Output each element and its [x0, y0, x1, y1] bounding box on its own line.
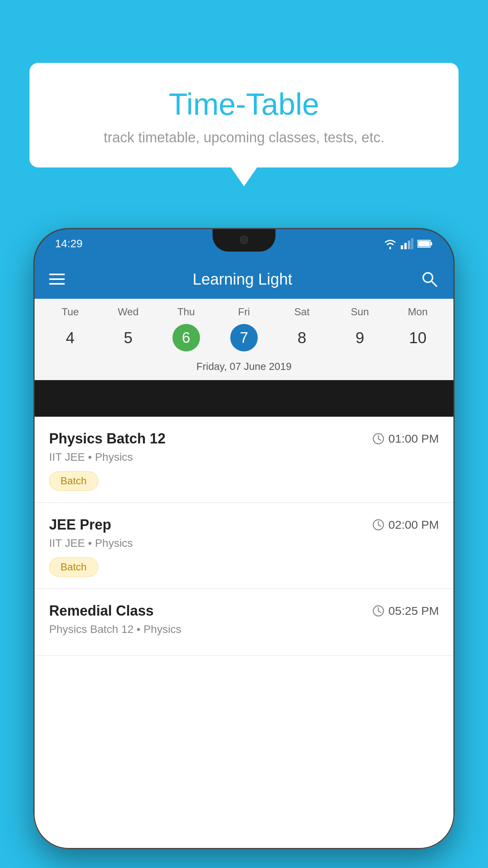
day-header-sun: Sun	[331, 306, 389, 318]
day-numbers: 4 5 6 7 8 9 10	[33, 320, 455, 357]
svg-rect-6	[418, 241, 430, 246]
schedule-item-2[interactable]: JEE Prep 02:00 PM IIT JEE • Physics Batc…	[33, 503, 455, 589]
day-header-tue: Tue	[41, 306, 99, 318]
svg-rect-0	[401, 245, 403, 249]
app-title: Learning Light	[77, 270, 408, 288]
batch-badge-2: Batch	[49, 557, 98, 577]
day-header-wed: Wed	[99, 306, 157, 318]
day-4[interactable]: 4	[41, 329, 99, 347]
app-bar: Learning Light	[33, 259, 455, 299]
schedule-title-3: Remedial Class	[49, 603, 154, 619]
schedule-time-2: 02:00 PM	[372, 518, 439, 531]
status-bar: 14:29	[33, 228, 455, 259]
svg-rect-1	[404, 243, 407, 249]
hamburger-line-2	[49, 278, 65, 280]
schedule-subtitle-3: Physics Batch 12 • Physics	[49, 623, 439, 636]
front-camera	[240, 235, 248, 244]
status-time: 14:29	[55, 237, 83, 250]
clock-icon-1	[372, 432, 385, 445]
clock-icon-3	[372, 605, 385, 617]
day-5[interactable]: 5	[99, 329, 157, 347]
hamburger-line-1	[49, 274, 65, 275]
schedule-time-1: 01:00 PM	[372, 432, 439, 445]
search-button[interactable]	[420, 270, 439, 289]
schedule-item-header-1: Physics Batch 12 01:00 PM	[49, 430, 439, 447]
notch	[213, 228, 275, 252]
day-header-thu: Thu	[157, 306, 215, 318]
schedule-subtitle-2: IIT JEE • Physics	[49, 537, 439, 550]
batch-badge-1: Batch	[49, 471, 98, 491]
svg-line-17	[378, 611, 381, 612]
svg-rect-2	[408, 241, 410, 249]
svg-rect-3	[411, 238, 413, 249]
schedule-time-3: 05:25 PM	[372, 604, 439, 618]
phone-mockup: 14:29	[33, 228, 455, 868]
day-9[interactable]: 9	[331, 329, 389, 347]
day-7[interactable]: 7	[215, 324, 273, 351]
menu-button[interactable]	[49, 274, 65, 285]
day-8[interactable]: 8	[273, 329, 331, 347]
hamburger-line-3	[49, 283, 65, 285]
phone-body: 14:29	[33, 228, 455, 849]
status-icons	[383, 238, 433, 249]
schedule-title-1: Physics Batch 12	[49, 430, 165, 447]
schedule-item-3[interactable]: Remedial Class 05:25 PM Physics Batch 12…	[33, 589, 455, 656]
day-header-sat: Sat	[273, 306, 331, 318]
signal-icon	[401, 238, 413, 249]
day-10[interactable]: 10	[389, 329, 447, 347]
schedule-title-2: JEE Prep	[49, 517, 111, 533]
schedule-item-1[interactable]: Physics Batch 12 01:00 PM IIT JEE • Phys…	[33, 417, 455, 503]
schedule-subtitle-1: IIT JEE • Physics	[49, 451, 439, 463]
svg-line-8	[431, 281, 437, 286]
schedule-item-header-3: Remedial Class 05:25 PM	[49, 603, 439, 619]
schedule-item-header-2: JEE Prep 02:00 PM	[49, 517, 439, 533]
battery-icon	[417, 239, 433, 248]
date-label: Friday, 07 June 2019	[33, 357, 455, 380]
day-7-selected[interactable]: 7	[230, 324, 258, 351]
svg-rect-5	[431, 242, 432, 245]
day-header-mon: Mon	[389, 306, 447, 318]
search-icon	[421, 270, 438, 288]
bubble-title: Time-Table	[49, 86, 439, 122]
day-headers: Tue Wed Thu Fri Sat Sun Mon	[33, 299, 455, 320]
schedule-list: Physics Batch 12 01:00 PM IIT JEE • Phys…	[33, 417, 455, 849]
svg-line-14	[378, 525, 381, 526]
svg-line-11	[378, 439, 381, 440]
clock-icon-2	[372, 519, 385, 531]
speech-bubble: Time-Table track timetable, upcoming cla…	[29, 63, 459, 167]
day-6-today[interactable]: 6	[172, 324, 200, 351]
wifi-icon	[383, 238, 397, 249]
day-6[interactable]: 6	[157, 324, 215, 351]
bubble-subtitle: track timetable, upcoming classes, tests…	[49, 129, 439, 146]
calendar-strip: Tue Wed Thu Fri Sat Sun Mon 4 5 6 7 8 9 …	[33, 299, 455, 380]
day-header-fri: Fri	[215, 306, 273, 318]
